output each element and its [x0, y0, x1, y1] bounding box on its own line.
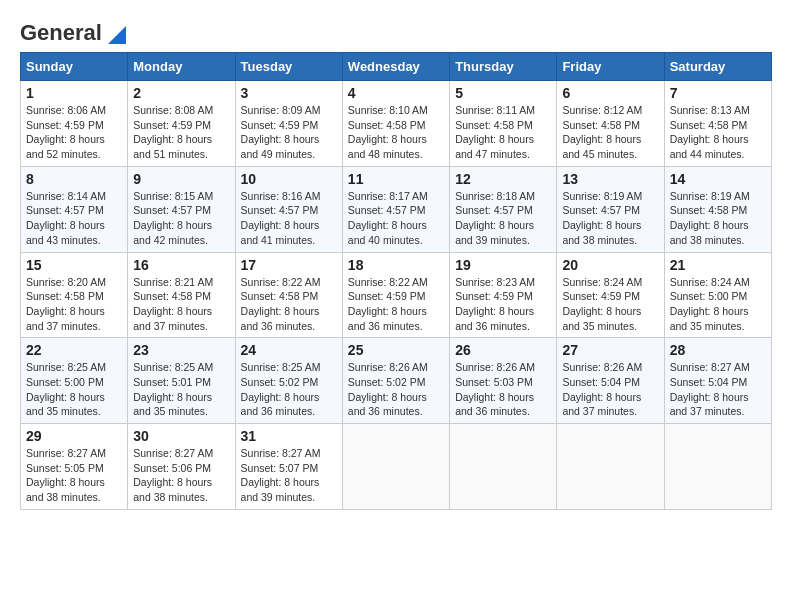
- calendar-cell: 4 Sunrise: 8:10 AM Sunset: 4:58 PM Dayli…: [342, 81, 449, 167]
- day-number: 4: [348, 85, 444, 101]
- calendar-cell: 30 Sunrise: 8:27 AM Sunset: 5:06 PM Dayl…: [128, 424, 235, 510]
- calendar-body: 1 Sunrise: 8:06 AM Sunset: 4:59 PM Dayli…: [21, 81, 772, 510]
- calendar-header-row: SundayMondayTuesdayWednesdayThursdayFrid…: [21, 53, 772, 81]
- day-info: Sunrise: 8:09 AM Sunset: 4:59 PM Dayligh…: [241, 103, 337, 162]
- day-info: Sunrise: 8:22 AM Sunset: 4:59 PM Dayligh…: [348, 275, 444, 334]
- day-number: 6: [562, 85, 658, 101]
- calendar-cell: [557, 424, 664, 510]
- day-info: Sunrise: 8:24 AM Sunset: 4:59 PM Dayligh…: [562, 275, 658, 334]
- day-number: 1: [26, 85, 122, 101]
- day-number: 26: [455, 342, 551, 358]
- day-info: Sunrise: 8:22 AM Sunset: 4:58 PM Dayligh…: [241, 275, 337, 334]
- day-number: 30: [133, 428, 229, 444]
- day-number: 15: [26, 257, 122, 273]
- calendar-cell: 23 Sunrise: 8:25 AM Sunset: 5:01 PM Dayl…: [128, 338, 235, 424]
- day-number: 12: [455, 171, 551, 187]
- logo-general: General: [20, 20, 102, 46]
- calendar-week-1: 1 Sunrise: 8:06 AM Sunset: 4:59 PM Dayli…: [21, 81, 772, 167]
- calendar-cell: 27 Sunrise: 8:26 AM Sunset: 5:04 PM Dayl…: [557, 338, 664, 424]
- calendar-cell: 9 Sunrise: 8:15 AM Sunset: 4:57 PM Dayli…: [128, 166, 235, 252]
- calendar-cell: 14 Sunrise: 8:19 AM Sunset: 4:58 PM Dayl…: [664, 166, 771, 252]
- day-number: 14: [670, 171, 766, 187]
- calendar-cell: 3 Sunrise: 8:09 AM Sunset: 4:59 PM Dayli…: [235, 81, 342, 167]
- calendar-cell: 5 Sunrise: 8:11 AM Sunset: 4:58 PM Dayli…: [450, 81, 557, 167]
- day-info: Sunrise: 8:26 AM Sunset: 5:04 PM Dayligh…: [562, 360, 658, 419]
- day-number: 23: [133, 342, 229, 358]
- calendar-cell: 12 Sunrise: 8:18 AM Sunset: 4:57 PM Dayl…: [450, 166, 557, 252]
- calendar-cell: 13 Sunrise: 8:19 AM Sunset: 4:57 PM Dayl…: [557, 166, 664, 252]
- day-number: 20: [562, 257, 658, 273]
- day-number: 28: [670, 342, 766, 358]
- calendar-header-monday: Monday: [128, 53, 235, 81]
- day-info: Sunrise: 8:14 AM Sunset: 4:57 PM Dayligh…: [26, 189, 122, 248]
- day-number: 13: [562, 171, 658, 187]
- day-info: Sunrise: 8:11 AM Sunset: 4:58 PM Dayligh…: [455, 103, 551, 162]
- day-info: Sunrise: 8:27 AM Sunset: 5:07 PM Dayligh…: [241, 446, 337, 505]
- day-number: 3: [241, 85, 337, 101]
- day-info: Sunrise: 8:25 AM Sunset: 5:00 PM Dayligh…: [26, 360, 122, 419]
- day-info: Sunrise: 8:08 AM Sunset: 4:59 PM Dayligh…: [133, 103, 229, 162]
- calendar-cell: 16 Sunrise: 8:21 AM Sunset: 4:58 PM Dayl…: [128, 252, 235, 338]
- calendar-week-4: 22 Sunrise: 8:25 AM Sunset: 5:00 PM Dayl…: [21, 338, 772, 424]
- calendar-cell: 7 Sunrise: 8:13 AM Sunset: 4:58 PM Dayli…: [664, 81, 771, 167]
- calendar-cell: [664, 424, 771, 510]
- day-info: Sunrise: 8:06 AM Sunset: 4:59 PM Dayligh…: [26, 103, 122, 162]
- day-info: Sunrise: 8:10 AM Sunset: 4:58 PM Dayligh…: [348, 103, 444, 162]
- day-info: Sunrise: 8:18 AM Sunset: 4:57 PM Dayligh…: [455, 189, 551, 248]
- svg-marker-0: [108, 26, 126, 44]
- day-number: 10: [241, 171, 337, 187]
- calendar-cell: 19 Sunrise: 8:23 AM Sunset: 4:59 PM Dayl…: [450, 252, 557, 338]
- calendar-cell: 11 Sunrise: 8:17 AM Sunset: 4:57 PM Dayl…: [342, 166, 449, 252]
- calendar-cell: 8 Sunrise: 8:14 AM Sunset: 4:57 PM Dayli…: [21, 166, 128, 252]
- day-number: 21: [670, 257, 766, 273]
- calendar-header-sunday: Sunday: [21, 53, 128, 81]
- day-number: 27: [562, 342, 658, 358]
- day-number: 29: [26, 428, 122, 444]
- calendar-cell: 26 Sunrise: 8:26 AM Sunset: 5:03 PM Dayl…: [450, 338, 557, 424]
- calendar-cell: 2 Sunrise: 8:08 AM Sunset: 4:59 PM Dayli…: [128, 81, 235, 167]
- calendar-cell: 29 Sunrise: 8:27 AM Sunset: 5:05 PM Dayl…: [21, 424, 128, 510]
- calendar-cell: 21 Sunrise: 8:24 AM Sunset: 5:00 PM Dayl…: [664, 252, 771, 338]
- calendar-cell: 1 Sunrise: 8:06 AM Sunset: 4:59 PM Dayli…: [21, 81, 128, 167]
- day-info: Sunrise: 8:16 AM Sunset: 4:57 PM Dayligh…: [241, 189, 337, 248]
- day-info: Sunrise: 8:27 AM Sunset: 5:06 PM Dayligh…: [133, 446, 229, 505]
- day-number: 8: [26, 171, 122, 187]
- day-info: Sunrise: 8:25 AM Sunset: 5:01 PM Dayligh…: [133, 360, 229, 419]
- calendar-cell: 28 Sunrise: 8:27 AM Sunset: 5:04 PM Dayl…: [664, 338, 771, 424]
- day-number: 25: [348, 342, 444, 358]
- calendar-cell: 31 Sunrise: 8:27 AM Sunset: 5:07 PM Dayl…: [235, 424, 342, 510]
- calendar-header-thursday: Thursday: [450, 53, 557, 81]
- day-number: 11: [348, 171, 444, 187]
- day-info: Sunrise: 8:26 AM Sunset: 5:03 PM Dayligh…: [455, 360, 551, 419]
- calendar-week-5: 29 Sunrise: 8:27 AM Sunset: 5:05 PM Dayl…: [21, 424, 772, 510]
- calendar-cell: 18 Sunrise: 8:22 AM Sunset: 4:59 PM Dayl…: [342, 252, 449, 338]
- day-number: 2: [133, 85, 229, 101]
- day-number: 31: [241, 428, 337, 444]
- day-info: Sunrise: 8:13 AM Sunset: 4:58 PM Dayligh…: [670, 103, 766, 162]
- calendar-cell: 10 Sunrise: 8:16 AM Sunset: 4:57 PM Dayl…: [235, 166, 342, 252]
- day-info: Sunrise: 8:27 AM Sunset: 5:04 PM Dayligh…: [670, 360, 766, 419]
- calendar-week-2: 8 Sunrise: 8:14 AM Sunset: 4:57 PM Dayli…: [21, 166, 772, 252]
- day-number: 5: [455, 85, 551, 101]
- day-info: Sunrise: 8:26 AM Sunset: 5:02 PM Dayligh…: [348, 360, 444, 419]
- day-info: Sunrise: 8:12 AM Sunset: 4:58 PM Dayligh…: [562, 103, 658, 162]
- calendar-cell: [450, 424, 557, 510]
- day-number: 18: [348, 257, 444, 273]
- day-info: Sunrise: 8:15 AM Sunset: 4:57 PM Dayligh…: [133, 189, 229, 248]
- day-info: Sunrise: 8:19 AM Sunset: 4:58 PM Dayligh…: [670, 189, 766, 248]
- day-number: 17: [241, 257, 337, 273]
- day-number: 7: [670, 85, 766, 101]
- logo-arrow-icon: [104, 22, 126, 44]
- calendar-header-saturday: Saturday: [664, 53, 771, 81]
- day-number: 19: [455, 257, 551, 273]
- day-info: Sunrise: 8:23 AM Sunset: 4:59 PM Dayligh…: [455, 275, 551, 334]
- calendar-cell: 25 Sunrise: 8:26 AM Sunset: 5:02 PM Dayl…: [342, 338, 449, 424]
- day-info: Sunrise: 8:25 AM Sunset: 5:02 PM Dayligh…: [241, 360, 337, 419]
- day-info: Sunrise: 8:17 AM Sunset: 4:57 PM Dayligh…: [348, 189, 444, 248]
- calendar-cell: [342, 424, 449, 510]
- day-info: Sunrise: 8:24 AM Sunset: 5:00 PM Dayligh…: [670, 275, 766, 334]
- page-header: General: [20, 20, 772, 42]
- day-number: 16: [133, 257, 229, 273]
- calendar-cell: 17 Sunrise: 8:22 AM Sunset: 4:58 PM Dayl…: [235, 252, 342, 338]
- calendar-table: SundayMondayTuesdayWednesdayThursdayFrid…: [20, 52, 772, 510]
